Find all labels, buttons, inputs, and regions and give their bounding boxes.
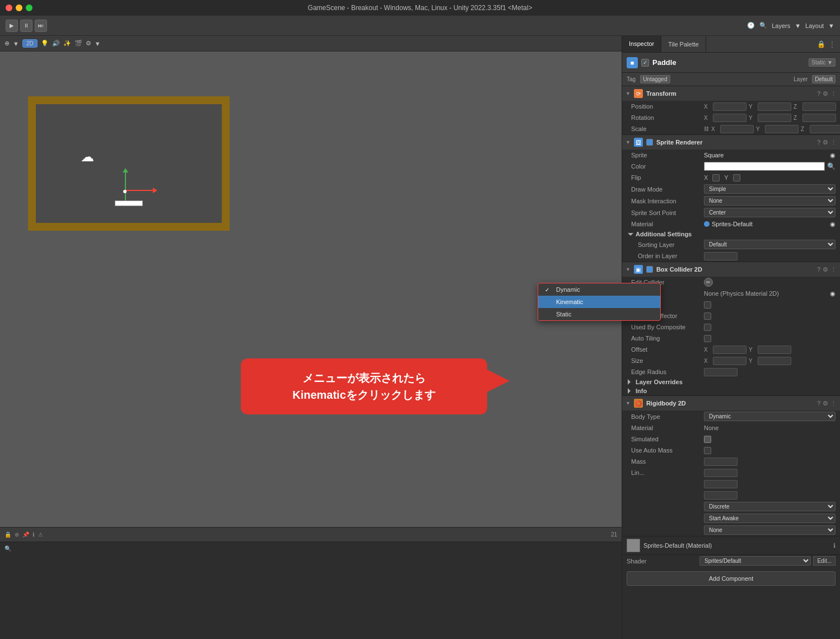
scale-y[interactable]: 0.5 [765,125,799,133]
scene-view[interactable]: ☁ [0,52,622,527]
offset-y[interactable]: 0 [758,346,791,354]
sr-material-value[interactable]: Sprites-Default [712,221,753,227]
rb2d-more-btn[interactable]: ⋮ [830,400,837,407]
2d-button[interactable]: 2D [22,39,38,48]
sprite-select-btn[interactable]: ◉ [830,152,836,159]
lock-inspector-btn[interactable]: 🔒 [816,40,825,49]
linear-drag-input[interactable]: 0 [704,469,738,477]
edit-collider-btn[interactable]: ✏ [704,278,713,287]
history-icon[interactable]: 🕐 [747,22,755,29]
pause-button[interactable]: ⏸ [20,20,32,32]
transform-more-btn[interactable]: ⋮ [830,90,837,97]
transform-header[interactable]: ▼ ⟳ Transform ? ⚙ ⋮ [622,86,840,101]
sprite-renderer-header[interactable]: ▼ 🖼 Sprite Renderer ? ⚙ ⋮ [622,135,840,150]
rotation-z[interactable]: 0 [802,114,836,122]
rb2d-settings-btn[interactable]: ⚙ [823,400,828,407]
shader-select[interactable]: Sprites/Default [699,556,811,566]
search-icon[interactable]: 🔍 [759,22,767,29]
collision-select[interactable]: Discrete [704,502,836,511]
rb2d-help-btn[interactable]: ? [817,400,820,407]
audio-icon[interactable]: 🔊 [52,40,60,47]
fx-icon[interactable]: ✨ [63,40,71,47]
is-trigger-checkbox[interactable] [704,301,711,309]
rotation-y[interactable]: 0 [758,114,791,122]
sorting-layer-select[interactable]: Default [704,240,836,249]
sr-help-btn[interactable]: ? [817,139,820,146]
tag-select[interactable]: Untagged [640,75,670,83]
flip-y-checkbox[interactable] [733,174,740,181]
info-foldout[interactable]: Info [622,386,840,395]
bottom-panel-btn2[interactable]: 📌 [22,531,29,538]
bc-settings-btn[interactable]: ⚙ [823,266,828,273]
interpolate-select[interactable]: None [704,525,836,535]
position-y[interactable]: -4.5 [758,102,791,111]
position-x[interactable]: 0 [713,102,746,111]
more-inspector-btn[interactable]: ⋮ [828,40,837,49]
body-type-select[interactable]: Dynamic [704,412,836,421]
sleeping-select[interactable]: Start Awake [704,514,836,523]
bc-material-btn[interactable]: ◉ [830,290,836,297]
angular-drag-input[interactable]: 0.05 [704,480,738,488]
used-by-effector-checkbox[interactable] [704,312,711,320]
used-by-composite-checkbox[interactable] [704,324,711,331]
mass-input[interactable]: 1 [704,458,738,466]
position-z[interactable]: 0 [802,102,836,111]
gizmo-icon[interactable]: ⊕ [4,40,10,47]
scale-z[interactable]: 1 [810,125,840,133]
close-btn[interactable] [6,4,12,11]
bottom-panel-btn4[interactable]: ⚠ [38,531,43,538]
tab-tile-palette[interactable]: Tile Palette [661,36,706,52]
sr-more-btn[interactable]: ⋮ [830,139,837,146]
edit-shader-btn[interactable]: Edit... [813,556,836,566]
step-button[interactable]: ⏭ [35,20,47,32]
layer-select[interactable]: Default [812,75,836,83]
sprite-value[interactable]: Square [704,152,724,158]
static-dropdown[interactable]: Static ▼ [809,58,836,67]
sprite-sort-select[interactable]: Center [704,208,836,217]
gravity-scale-input[interactable]: 1 [704,491,738,500]
sr-material-btn[interactable]: ◉ [830,221,836,228]
material-info-btn[interactable]: ℹ [833,542,836,549]
simulated-checkbox[interactable] [704,436,711,443]
size-y[interactable]: 1 [758,357,791,365]
bottom-panel-btn1[interactable]: ⊕ [15,531,19,538]
transform-help-btn[interactable]: ? [817,90,820,97]
color-swatch[interactable] [704,162,825,171]
scale-x[interactable]: 2 [720,125,754,133]
rotation-x[interactable]: 0 [713,114,746,122]
scene-icon[interactable]: 🎬 [74,40,82,47]
play-button[interactable]: ▶ [6,20,18,32]
sr-enabled-checkbox[interactable] [646,139,653,146]
gameobject-active-checkbox[interactable]: ✓ [641,59,649,67]
flip-x-checkbox[interactable] [712,174,720,181]
mask-interaction-select[interactable]: None [704,196,836,206]
bc-enabled-checkbox[interactable] [646,266,653,273]
use-auto-mass-checkbox[interactable] [704,447,711,454]
tab-inspector[interactable]: Inspector [622,36,661,52]
layers-label[interactable]: Layers [772,22,790,29]
additional-settings-foldout[interactable]: Additional Settings [622,230,840,239]
transform-settings-btn[interactable]: ⚙ [823,90,828,97]
offset-x[interactable]: 0 [713,346,746,354]
bc-help-btn[interactable]: ? [817,266,820,273]
bc-material-value[interactable]: None (Physics Material 2D) [704,290,830,297]
size-x[interactable]: 1 [713,357,746,365]
eyedropper-icon[interactable]: 🔍 [827,162,836,170]
sr-settings-btn[interactable]: ⚙ [823,139,828,146]
gameobject-name[interactable]: Paddle [652,58,805,67]
auto-tiling-checkbox[interactable] [704,335,711,342]
gizmos-icon[interactable]: ⚙ [86,40,91,47]
bottom-panel-btn3[interactable]: ℹ [32,531,35,538]
rb2d-header[interactable]: ▼ ⭕ Rigidbody 2D ? ⚙ ⋮ [622,396,840,411]
add-component-button[interactable]: Add Component [627,571,836,586]
light-icon[interactable]: 💡 [41,40,49,47]
dropdown-item-kinematic[interactable]: Kinematic [538,296,660,308]
minimize-btn[interactable] [16,4,22,11]
bc-more-btn[interactable]: ⋮ [830,266,837,273]
layer-overrides-foldout[interactable]: Layer Overrides [622,377,840,386]
maximize-btn[interactable] [26,4,32,11]
dropdown-item-dynamic[interactable]: ✓ Dynamic [538,283,660,296]
draw-mode-select[interactable]: Simple [704,184,836,194]
edge-radius-input[interactable]: 0 [704,368,738,376]
layout-label[interactable]: Layout [805,22,824,29]
